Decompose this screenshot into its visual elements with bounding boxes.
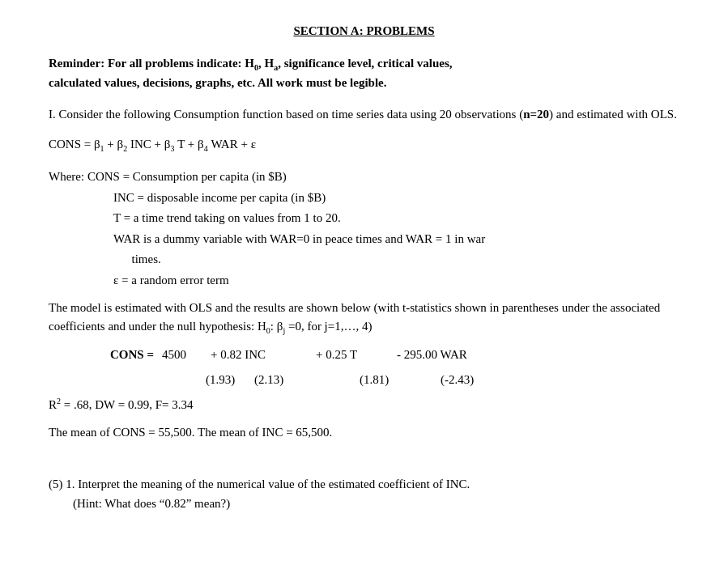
- means-row: The mean of CONS = 55,500. The mean of I…: [49, 422, 679, 442]
- equation: CONS = β1 + β2 INC + β3 T + β4 WAR + ε: [49, 134, 679, 155]
- stats-row: R2 = .68, DW = 0.99, F= 3.34: [49, 395, 679, 414]
- problem-intro: I. Consider the following Consumption fu…: [49, 105, 679, 124]
- reminder-text: Reminder: For all problems indicate: H0,…: [49, 54, 679, 92]
- model-description: The model is estimated with OLS and the …: [49, 299, 679, 337]
- regression-equation: CONS = 4500 + 0.82 INC + 0.25 T - 295.00…: [49, 348, 679, 387]
- where-block: Where: CONS = Consumption per capita (in…: [49, 167, 679, 291]
- page-title: SECTION A: PROBLEMS: [49, 24, 679, 38]
- question-block: (5) 1. Interpret the meaning of the nume…: [49, 474, 679, 513]
